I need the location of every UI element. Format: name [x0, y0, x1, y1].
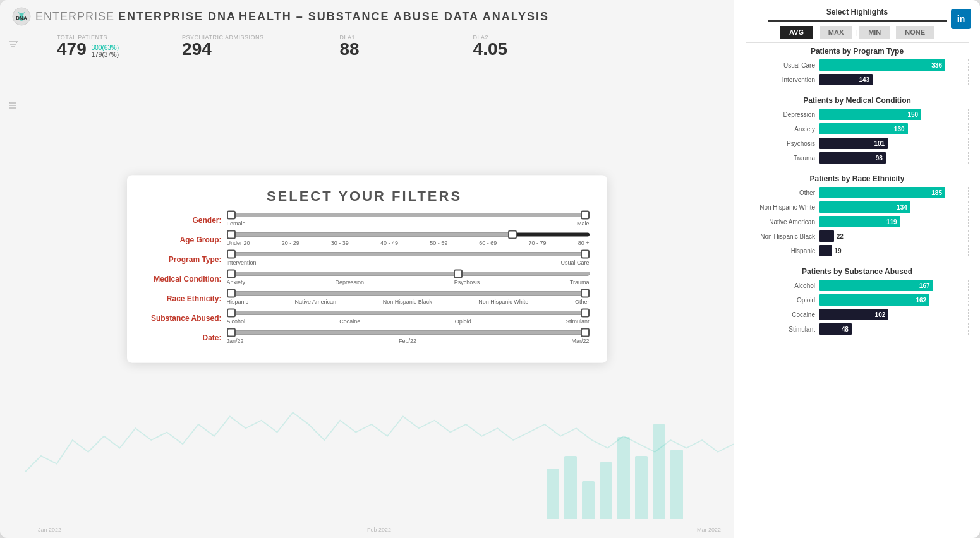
- filter-slider-substance[interactable]: Alcohol Cocaine Opioid Stimulant: [227, 311, 590, 325]
- bar-fill-3-3: 48: [819, 323, 852, 335]
- bar-fill-2-4: [819, 245, 832, 256]
- hl-divider-1: |: [813, 28, 820, 36]
- bar-fill-3-0: 167: [819, 280, 933, 291]
- stat-dla2: DLA2 4.05: [473, 34, 508, 58]
- bar-label-2-3: Non Hispanic Black: [746, 233, 815, 240]
- bar-wrap-1-0: 150: [819, 109, 969, 120]
- hl-btn-min[interactable]: MIN: [859, 26, 890, 39]
- filter-slider-race[interactable]: Hispanic Native American Non Hispanic Bl…: [227, 292, 590, 305]
- bar-label-2-2: Native American: [746, 218, 815, 225]
- bar-label-2-0: Other: [746, 189, 815, 196]
- filter-track-program: [227, 253, 590, 256]
- highlights-header: Select Highlights AVG | MAX | MIN NONE: [746, 8, 969, 39]
- linkedin-button[interactable]: in: [951, 9, 971, 29]
- chart-section-title-0: Patients by Program Type: [746, 42, 969, 56]
- hl-divider-2: |: [852, 28, 859, 36]
- right-panel: in Select Highlights AVG | MAX | MIN NON…: [734, 0, 980, 538]
- bar-row-3-1: Opioid162: [746, 294, 969, 306]
- header: DNA ENTERPRISE ENTERPRISE DNA HEALTH – S…: [0, 0, 734, 30]
- filter-label-race: Race Ethnicity:: [140, 294, 222, 302]
- bar-wrap-3-3: 48: [819, 323, 969, 335]
- non-hispanic-white-tick: Non Hispanic White: [478, 299, 528, 305]
- bar-wrap-3-2: 102: [819, 309, 969, 320]
- xaxis-label-2: Mar 2022: [697, 527, 721, 533]
- dashed-line-3-0: [968, 280, 969, 291]
- bar-row-1-2: Psychosis101: [746, 138, 969, 149]
- filter-label-medical: Medical Condition:: [140, 274, 222, 283]
- bar-fill-2-3: [819, 230, 834, 242]
- dashed-line-2-1: [968, 201, 969, 213]
- dashed-line-2-4: [968, 245, 969, 256]
- dashboard: DNA ENTERPRISE ENTERPRISE DNA HEALTH – S…: [0, 0, 980, 538]
- bar-fill-2-2: 119: [819, 216, 900, 227]
- hl-btn-avg[interactable]: AVG: [780, 26, 813, 39]
- xaxis-label-0: Jan 2022: [38, 527, 61, 533]
- filter-track-gender: [227, 213, 590, 217]
- filter-track-race: [227, 292, 590, 296]
- background-bar-chart: [547, 405, 683, 519]
- dashed-line-3-3: [968, 323, 969, 335]
- left-panel: DNA ENTERPRISE ENTERPRISE DNA HEALTH – S…: [0, 0, 734, 538]
- highlights-title: Select Highlights: [746, 8, 969, 16]
- bar-wrap-2-0: 185: [819, 187, 969, 198]
- filter-track-substance: [227, 311, 590, 315]
- filter-overlay-title: SELECT YOUR FILTERS: [140, 188, 590, 205]
- bar-label-3-0: Alcohol: [746, 282, 815, 289]
- filter-slider-date[interactable]: Jan/22 Feb/22 Mar/22: [227, 331, 590, 344]
- bar-label-2-1: Non Hispanic White: [746, 204, 815, 211]
- dashed-line-2-0: [968, 187, 969, 198]
- dashed-line-0-1: [968, 74, 969, 85]
- xaxis-label-1: Feb 2022: [367, 527, 391, 533]
- bar-fill-1-2: 101: [819, 138, 888, 149]
- stat-value-3: 4.05: [473, 40, 508, 58]
- bar-wrap-1-2: 101: [819, 138, 969, 149]
- filter-label-program: Program Type:: [140, 254, 222, 263]
- hl-btn-max[interactable]: MAX: [820, 26, 852, 39]
- filter-label-gender: Gender:: [140, 215, 222, 224]
- bar-label-0-0: Usual Care: [746, 62, 815, 69]
- filter-slider-medical[interactable]: Anxiety Depression Psychosis Trauma: [227, 272, 590, 285]
- stats-bar: TOTAL PATIENTS 479 300(63%) 179(37%) PSY…: [19, 32, 734, 59]
- logo: DNA ENTERPRISE ENTERPRISE DNA: [11, 6, 236, 27]
- bar-row-3-3: Stimulant48: [746, 323, 969, 335]
- stat-psychiatric: PSYCHIATRIC ADMISSIONS 294: [182, 34, 263, 58]
- bar-wrap-2-4: 19: [819, 245, 969, 256]
- dashed-line-1-2: [968, 138, 969, 149]
- filter-slider-program[interactable]: Intervention Usual Care: [227, 253, 590, 266]
- bar-row-0-1: Intervention143: [746, 74, 969, 85]
- chart-sections: Patients by Program TypeUsual Care336Int…: [746, 42, 969, 335]
- bar-fill-1-3: 98: [819, 152, 886, 164]
- sort-icon[interactable]: [6, 99, 20, 112]
- filter-row-medical: Medical Condition: Anxiety Depression Ps…: [140, 272, 590, 285]
- header-title: ENTERPRISE ENTERPRISE DNA: [35, 10, 236, 23]
- bar-row-1-0: Depression150: [746, 109, 969, 120]
- bar-row-1-3: Trauma98: [746, 152, 969, 164]
- filter-slider-gender[interactable]: Female Male: [227, 213, 590, 227]
- bar-label-2-4: Hispanic: [746, 248, 815, 254]
- bar-row-2-4: Hispanic19: [746, 245, 969, 256]
- bar-wrap-3-0: 167: [819, 280, 969, 291]
- bar-row-1-1: Anxiety130: [746, 123, 969, 134]
- filter-track-age: [227, 233, 590, 237]
- sidebar-icons: [6, 38, 20, 112]
- logo-icon: DNA: [11, 6, 32, 27]
- xaxis-labels: Jan 2022 Feb 2022 Mar 2022: [25, 527, 734, 533]
- bar-wrap-2-1: 134: [819, 201, 969, 213]
- filter-icon[interactable]: [6, 38, 20, 52]
- filter-row-age: Age Group: Under 20 20 - 29 30 - 39 40 -…: [140, 233, 590, 246]
- chart-section-0: Patients by Program TypeUsual Care336Int…: [746, 42, 969, 85]
- chart-section-title-3: Patients by Substance Abused: [746, 263, 969, 276]
- dashed-line-0-0: [968, 59, 969, 71]
- stat-value-0: 479: [57, 40, 87, 58]
- chart-section-2: Patients by Race EthnicityOther185Non Hi…: [746, 170, 969, 256]
- stat-dla1: DLA1 88: [339, 34, 359, 58]
- bar-wrap-1-1: 130: [819, 123, 969, 134]
- svg-text:DNA: DNA: [16, 15, 27, 21]
- filter-slider-age[interactable]: Under 20 20 - 29 30 - 39 40 - 49 50 - 59…: [227, 233, 590, 246]
- hl-btn-none[interactable]: NONE: [896, 26, 934, 39]
- dashed-line-1-3: [968, 152, 969, 164]
- dashed-line-3-2: [968, 309, 969, 320]
- filter-track-medical: [227, 272, 590, 276]
- stat-sub1-0: 300(63%): [92, 44, 119, 51]
- bar-fill-2-0: 185: [819, 187, 945, 198]
